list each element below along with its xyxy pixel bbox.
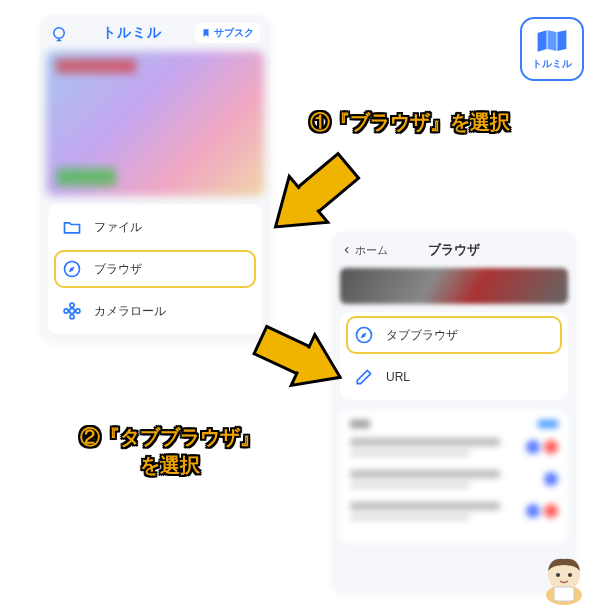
app-logo-badge: トルミル xyxy=(520,17,584,81)
menu-item-label: カメラロール xyxy=(94,303,166,320)
svg-point-6 xyxy=(70,315,74,319)
menu-item-file[interactable]: ファイル xyxy=(48,206,262,248)
callout-step-1: ①『ブラウザ』を選択 xyxy=(310,108,510,136)
home-menu: ファイル ブラウザ カメラロール xyxy=(48,204,262,334)
subscribe-label: サブスク xyxy=(214,26,254,40)
svg-point-16 xyxy=(556,573,560,577)
home-panel: トルミル サブスク ファイル ブラウザ カメラロール xyxy=(40,15,270,340)
compass-icon xyxy=(62,259,82,279)
ad-banner[interactable] xyxy=(46,51,264,196)
svg-point-7 xyxy=(64,309,68,313)
browser-menu: タブブラウザ URL xyxy=(340,312,568,400)
menu-item-label: タブブラウザ xyxy=(386,327,458,344)
highlight-browser xyxy=(54,250,256,288)
flower-icon xyxy=(62,301,82,321)
svg-point-8 xyxy=(76,309,80,313)
svg-point-0 xyxy=(54,28,65,39)
menu-item-label: URL xyxy=(386,370,410,384)
hint-icon[interactable] xyxy=(50,24,68,42)
books-icon xyxy=(534,27,570,55)
folder-icon xyxy=(62,217,82,237)
home-panel-header: トルミル サブスク xyxy=(40,15,270,51)
menu-item-cameraroll[interactable]: カメラロール xyxy=(48,290,262,332)
mascot-illustration xyxy=(536,547,592,607)
logo-text: トルミル xyxy=(532,57,572,71)
svg-point-5 xyxy=(70,303,74,307)
menu-item-label: ブラウザ xyxy=(94,261,142,278)
svg-rect-18 xyxy=(554,587,574,601)
svg-point-4 xyxy=(70,309,75,314)
menu-item-url[interactable]: URL xyxy=(340,356,568,398)
bookmark-icon xyxy=(201,28,211,38)
promo-banner[interactable] xyxy=(340,268,568,304)
callout-step-2: ②『タブブラウザ』 を選択 xyxy=(80,423,260,479)
browser-panel: ホーム ブラウザ タブブラウザ URL xyxy=(332,232,576,592)
arrow-step-1 xyxy=(250,138,370,258)
svg-point-17 xyxy=(568,573,572,577)
menu-item-browser[interactable]: ブラウザ xyxy=(48,248,262,290)
subscribe-button[interactable]: サブスク xyxy=(195,23,260,43)
app-title: トルミル xyxy=(68,24,195,42)
arrow-step-2 xyxy=(248,305,358,415)
history-list-blurred xyxy=(340,410,568,544)
menu-item-label: ファイル xyxy=(94,219,142,236)
menu-item-tabbrowser[interactable]: タブブラウザ xyxy=(340,314,568,356)
